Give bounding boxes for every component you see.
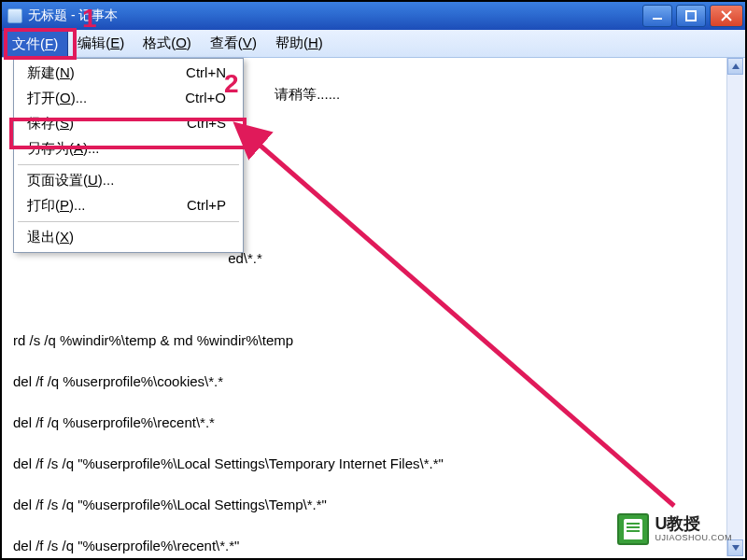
menu-item-label: 新建(N) xyxy=(27,64,186,82)
menu-item-label: 打印(P)... xyxy=(27,197,187,215)
menu-item-shortcut: Ctrl+P xyxy=(187,197,235,215)
text-line: del /f /s /q "%userprofile%\Local Settin… xyxy=(13,454,719,474)
menu-item-label: 页面设置(U)... xyxy=(27,172,235,189)
watermark-title: U教授 xyxy=(655,515,732,534)
menu-exit[interactable]: 退出(X) xyxy=(14,225,243,250)
svg-rect-0 xyxy=(653,18,662,20)
maximize-icon xyxy=(685,10,697,21)
watermark-text: U教授 UJIAOSHOU.COM xyxy=(655,515,732,543)
window-title: 无标题 - 记事本 xyxy=(28,7,641,24)
svg-marker-4 xyxy=(732,63,740,69)
watermark-icon xyxy=(617,513,649,545)
menu-item-label: 帮助(H) xyxy=(275,35,323,52)
close-button[interactable] xyxy=(710,5,743,27)
menu-item-label: 文件(F) xyxy=(12,35,58,53)
menu-format[interactable]: 格式(O) xyxy=(134,30,201,57)
annotation-number-1: 1 xyxy=(82,4,97,34)
text-line: del /f /s /q "%userprofile%\Local Settin… xyxy=(13,495,719,515)
annotation-number-2: 2 xyxy=(224,69,239,99)
menu-view[interactable]: 查看(V) xyxy=(201,30,266,57)
menu-new[interactable]: 新建(N) Ctrl+N xyxy=(14,61,243,86)
menu-save[interactable]: 保存(S) Ctrl+S xyxy=(14,111,243,136)
menu-item-label: 查看(V) xyxy=(210,35,257,52)
text-line: del /f /q %userprofile%\recent\*.* xyxy=(13,413,719,433)
menu-bar: 文件(F) 编辑(E) 格式(O) 查看(V) 帮助(H) xyxy=(2,30,745,58)
menu-separator xyxy=(18,164,239,165)
text-line: del /f /s /q "%userprofile%\recent\*.*" xyxy=(13,536,719,554)
menu-open[interactable]: 打开(O)... Ctrl+O xyxy=(14,86,243,111)
menu-page-setup[interactable]: 页面设置(U)... xyxy=(14,168,243,193)
chevron-up-icon xyxy=(731,63,740,70)
menu-item-label: 编辑(E) xyxy=(78,35,124,52)
menu-print[interactable]: 打印(P)... Ctrl+P xyxy=(14,193,243,218)
menu-save-as[interactable]: 另存为(A)... xyxy=(14,136,243,161)
menu-separator xyxy=(18,221,239,222)
menu-item-label: 退出(X) xyxy=(27,229,235,246)
text-fragment: 请稍等...... xyxy=(275,86,340,102)
scroll-up-button[interactable] xyxy=(727,58,743,75)
menu-item-shortcut: Ctrl+S xyxy=(187,115,235,133)
vertical-scrollbar[interactable] xyxy=(726,58,743,556)
menu-item-label: 保存(S) xyxy=(27,115,187,133)
minimize-button[interactable] xyxy=(642,5,672,27)
text-line: del /f /q %userprofile%\cookies\*.* xyxy=(13,371,719,392)
minimize-icon xyxy=(652,10,663,21)
chevron-down-icon xyxy=(731,544,740,552)
menu-help[interactable]: 帮助(H) xyxy=(266,30,332,57)
watermark-subtitle: UJIAOSHOU.COM xyxy=(655,534,732,543)
menu-item-label: 格式(O) xyxy=(143,35,191,52)
window-controls xyxy=(641,2,745,30)
menu-item-label: 另存为(A)... xyxy=(27,140,235,158)
file-dropdown-menu: 新建(N) Ctrl+N 打开(O)... Ctrl+O 保存(S) Ctrl+… xyxy=(13,58,244,253)
menu-file[interactable]: 文件(F) xyxy=(2,30,68,57)
close-icon xyxy=(720,9,733,22)
maximize-button[interactable] xyxy=(676,5,706,27)
svg-marker-5 xyxy=(732,545,740,551)
text-line: rd /s /q %windir%\temp & md %windir%\tem… xyxy=(13,330,719,351)
notepad-app-icon xyxy=(7,8,22,23)
menu-edit[interactable]: 编辑(E) xyxy=(68,30,134,57)
title-bar: 无标题 - 记事本 xyxy=(2,2,745,30)
svg-rect-1 xyxy=(686,11,696,21)
menu-item-label: 打开(O)... xyxy=(27,90,185,107)
watermark: U教授 UJIAOSHOU.COM xyxy=(617,513,732,545)
